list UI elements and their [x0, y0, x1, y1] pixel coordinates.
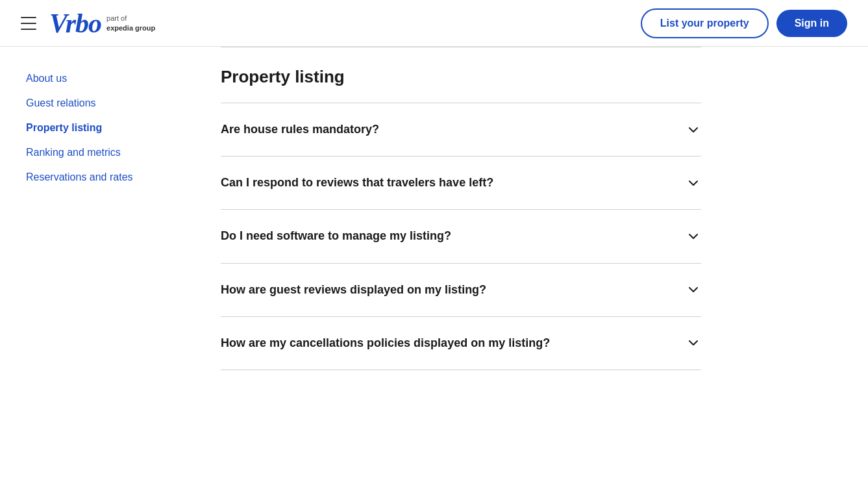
- header: Vrbo part of expedia group List your pro…: [0, 0, 868, 47]
- chevron-down-icon: [686, 122, 701, 138]
- list-property-button[interactable]: List your property: [641, 8, 769, 38]
- faq-item-software-manage: Do I need software to manage my listing?: [221, 209, 701, 262]
- sidebar-item-about-us[interactable]: About us: [26, 66, 156, 91]
- sidebar: About us Guest relations Property listin…: [0, 47, 182, 502]
- sidebar-item-guest-relations[interactable]: Guest relations: [26, 91, 156, 116]
- chevron-down-icon: [686, 175, 701, 191]
- sidebar-item-property-listing[interactable]: Property listing: [26, 116, 156, 140]
- chevron-down-icon: [686, 335, 701, 351]
- faq-item-cancellations-policies: How are my cancellations policies displa…: [221, 316, 701, 370]
- faq-question-cancellations-policies[interactable]: How are my cancellations policies displa…: [221, 317, 701, 370]
- logo-container: Vrbo part of expedia group: [49, 10, 155, 37]
- header-right: List your property Sign in: [641, 8, 847, 38]
- content-area: Property listing Are house rules mandato…: [182, 47, 740, 502]
- faq-question-text: Are house rules mandatory?: [221, 121, 673, 138]
- faq-question-respond-reviews[interactable]: Can I respond to reviews that travelers …: [221, 157, 701, 209]
- faq-item-guest-reviews-displayed: How are guest reviews displayed on my li…: [221, 263, 701, 316]
- faq-question-text: Can I respond to reviews that travelers …: [221, 175, 673, 191]
- faq-question-text: How are guest reviews displayed on my li…: [221, 282, 673, 298]
- faq-question-software-manage[interactable]: Do I need software to manage my listing?: [221, 210, 701, 262]
- faq-question-house-rules[interactable]: Are house rules mandatory?: [221, 103, 701, 156]
- header-left: Vrbo part of expedia group: [21, 10, 155, 37]
- chevron-down-icon: [686, 229, 701, 244]
- faq-item-respond-reviews: Can I respond to reviews that travelers …: [221, 156, 701, 209]
- vrbo-logo: Vrbo: [49, 10, 101, 37]
- hamburger-menu-icon[interactable]: [21, 17, 36, 30]
- logo-tagline: part of expedia group: [106, 14, 155, 32]
- sign-in-button[interactable]: Sign in: [776, 10, 847, 37]
- faq-item-house-rules: Are house rules mandatory?: [221, 103, 701, 156]
- section-title: Property listing: [221, 67, 701, 87]
- section-divider-top: [221, 47, 701, 47]
- faq-list: Are house rules mandatory? Can I respond…: [221, 103, 701, 370]
- faq-question-text: How are my cancellations policies displa…: [221, 335, 673, 351]
- faq-question-guest-reviews-displayed[interactable]: How are guest reviews displayed on my li…: [221, 264, 701, 316]
- sidebar-nav: About us Guest relations Property listin…: [26, 66, 156, 190]
- faq-question-text: Do I need software to manage my listing?: [221, 228, 673, 244]
- chevron-down-icon: [686, 282, 701, 297]
- sidebar-item-reservations-and-rates[interactable]: Reservations and rates: [26, 165, 156, 190]
- sidebar-item-ranking-and-metrics[interactable]: Ranking and metrics: [26, 140, 156, 165]
- main-container: About us Guest relations Property listin…: [0, 47, 868, 502]
